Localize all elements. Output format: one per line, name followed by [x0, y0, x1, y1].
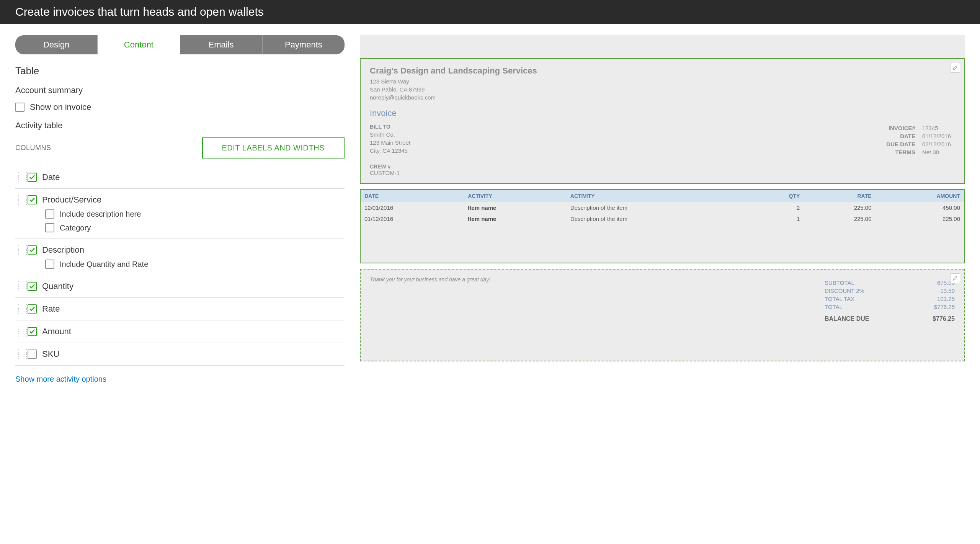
table-cell: 225.00 [804, 202, 875, 213]
table-cell: Description of the item [567, 202, 751, 213]
settings-panel: Design Content Emails Payments Table Acc… [15, 35, 345, 384]
main-content: Design Content Emails Payments Table Acc… [0, 24, 980, 395]
columns-header-row: COLUMNS EDIT LABELS AND WIDTHS [15, 137, 345, 158]
edit-footer-button[interactable] [950, 273, 960, 283]
column-item-amount: ⋮⋮⋮ ⋮⋮⋮Amount [15, 320, 345, 343]
table-header-cell: DATE [361, 190, 464, 202]
table-cell: 2 [751, 202, 804, 213]
meta-row: TERMSNet 30 [883, 149, 954, 156]
table-header-cell: ACTIVITY [464, 190, 567, 202]
balance-due-value: $776.25 [933, 315, 955, 322]
column-item-description: ⋮⋮⋮ ⋮⋮⋮DescriptionInclude Quantity and R… [15, 239, 345, 275]
activity-table: DATEACTIVITYACTIVITYQTYRATEAMOUNT 12/01/… [361, 190, 964, 224]
column-item-quantity: ⋮⋮⋮ ⋮⋮⋮Quantity [15, 275, 345, 298]
drag-handle-icon[interactable]: ⋮⋮⋮ ⋮⋮⋮ [15, 282, 22, 291]
column-label: Description [42, 245, 84, 255]
company-email: noreply@quickbooks.com [370, 93, 955, 101]
table-row: 01/12/2016Item nameDescription of the it… [361, 213, 964, 224]
billto-label: BILL TO [370, 124, 410, 130]
edit-header-button[interactable] [950, 63, 960, 73]
drag-handle-icon[interactable]: ⋮⋮⋮ ⋮⋮⋮ [15, 327, 22, 336]
totals-label: SUBTOTAL [825, 279, 854, 286]
show-on-invoice-checkbox[interactable] [15, 103, 24, 112]
tab-emails[interactable]: Emails [180, 35, 263, 54]
totals-value: -13.50 [938, 288, 955, 294]
column-item-main: ⋮⋮⋮ ⋮⋮⋮Product/Service [15, 195, 345, 205]
preview-footer-section[interactable]: Thank you for your business and have a g… [360, 269, 965, 361]
pencil-icon [952, 276, 958, 281]
crew-label: CREW # [370, 163, 955, 170]
edit-labels-widths-button[interactable]: EDIT LABELS AND WIDTHS [202, 137, 345, 158]
column-item-main: ⋮⋮⋮ ⋮⋮⋮Amount [15, 327, 345, 337]
column-item-main: ⋮⋮⋮ ⋮⋮⋮Description [15, 245, 345, 255]
show-on-invoice-label: Show on invoice [30, 102, 91, 112]
column-checkbox-amount[interactable] [28, 327, 37, 336]
company-name: Craig's Design and Landscaping Services [370, 66, 955, 76]
totals-value: $776.25 [934, 304, 955, 310]
company-addr1: 123 Sierra Way [370, 77, 955, 85]
table-cell: 12/01/2016 [361, 202, 464, 213]
column-label: Amount [42, 327, 71, 337]
column-item-main: ⋮⋮⋮ ⋮⋮⋮Rate [15, 304, 345, 314]
tab-payments[interactable]: Payments [263, 35, 345, 54]
thank-you-message: Thank you for your business and have a g… [370, 276, 490, 283]
billto-block: BILL TO Smith Co. 123 Main Street City, … [370, 124, 410, 157]
page-title-bar: Create invoices that turn heads and open… [0, 0, 980, 24]
totals-label: TOTAL [825, 304, 843, 310]
sub-label: Include description here [60, 210, 141, 219]
tab-content[interactable]: Content [98, 35, 180, 54]
footer-spacer [370, 323, 955, 354]
preview-header-section[interactable]: Craig's Design and Landscaping Services … [360, 58, 965, 184]
column-label: Product/Service [42, 195, 101, 205]
activity-table-label: Activity table [15, 121, 345, 131]
totals-value: 101.25 [937, 296, 955, 302]
tab-design[interactable]: Design [15, 35, 98, 54]
tabs: Design Content Emails Payments [15, 35, 345, 54]
table-header-cell: ACTIVITY [567, 190, 751, 202]
column-label: SKU [42, 349, 59, 359]
table-row: 12/01/2016Item nameDescription of the it… [361, 202, 964, 213]
table-header-cell: RATE [804, 190, 875, 202]
meta-value: 02/12/2016 [919, 140, 954, 148]
drag-handle-icon[interactable]: ⋮⋮⋮ ⋮⋮⋮ [15, 173, 22, 181]
sub-checkbox-incl-desc[interactable] [45, 209, 54, 219]
sub-option-incl-qty-rate: Include Quantity and Rate [45, 260, 345, 269]
sub-checkbox-incl-qty-rate[interactable] [45, 260, 54, 269]
column-item-rate: ⋮⋮⋮ ⋮⋮⋮Rate [15, 298, 345, 320]
meta-value: Net 30 [919, 149, 954, 156]
column-checkbox-product[interactable] [28, 195, 37, 204]
invoice-title: Invoice [370, 108, 955, 118]
crew-value: CUSTOM-1 [370, 170, 955, 176]
meta-row: DUE DATE02/12/2016 [883, 140, 954, 148]
billto-addr2: City, CA 12345 [370, 147, 410, 155]
column-checkbox-rate[interactable] [28, 304, 37, 314]
table-cell: Description of the item [567, 213, 751, 224]
drag-handle-icon[interactable]: ⋮⋮⋮ ⋮⋮⋮ [15, 196, 22, 204]
table-blank-space [361, 224, 964, 263]
totals-list: SUBTOTAL675.00DISCOUNT 2%-13.50TOTAL TAX… [825, 279, 955, 311]
sub-checkbox-category[interactable] [45, 223, 54, 232]
column-label: Rate [42, 304, 60, 314]
billto-addr1: 123 Main Street [370, 139, 410, 147]
column-checkbox-description[interactable] [28, 245, 37, 255]
preview-table-section[interactable]: DATEACTIVITYACTIVITYQTYRATEAMOUNT 12/01/… [360, 189, 965, 263]
account-summary-label: Account summary [15, 85, 345, 95]
drag-handle-icon[interactable]: ⋮⋮⋮ ⋮⋮⋮ [15, 305, 22, 313]
columns-label: COLUMNS [15, 144, 51, 152]
totals-label: DISCOUNT 2% [825, 288, 864, 294]
balance-due-row: BALANCE DUE $776.25 [825, 315, 955, 323]
billto-name: Smith Co. [370, 131, 410, 139]
drag-handle-icon[interactable]: ⋮⋮⋮ ⋮⋮⋮ [15, 350, 22, 358]
table-cell: Item name [464, 213, 567, 224]
column-checkbox-sku[interactable] [28, 350, 37, 359]
column-checkbox-date[interactable] [28, 173, 37, 182]
activity-table-body: 12/01/2016Item nameDescription of the it… [361, 202, 964, 224]
meta-key: TERMS [883, 149, 918, 156]
table-cell: 01/12/2016 [361, 213, 464, 224]
column-checkbox-quantity[interactable] [28, 282, 37, 291]
columns-list: ⋮⋮⋮ ⋮⋮⋮Date⋮⋮⋮ ⋮⋮⋮Product/ServiceInclude… [15, 166, 345, 366]
show-more-link[interactable]: Show more activity options [15, 375, 106, 384]
table-header-cell: AMOUNT [875, 190, 964, 202]
drag-handle-icon[interactable]: ⋮⋮⋮ ⋮⋮⋮ [15, 246, 22, 254]
table-cell: 450.00 [875, 202, 964, 213]
